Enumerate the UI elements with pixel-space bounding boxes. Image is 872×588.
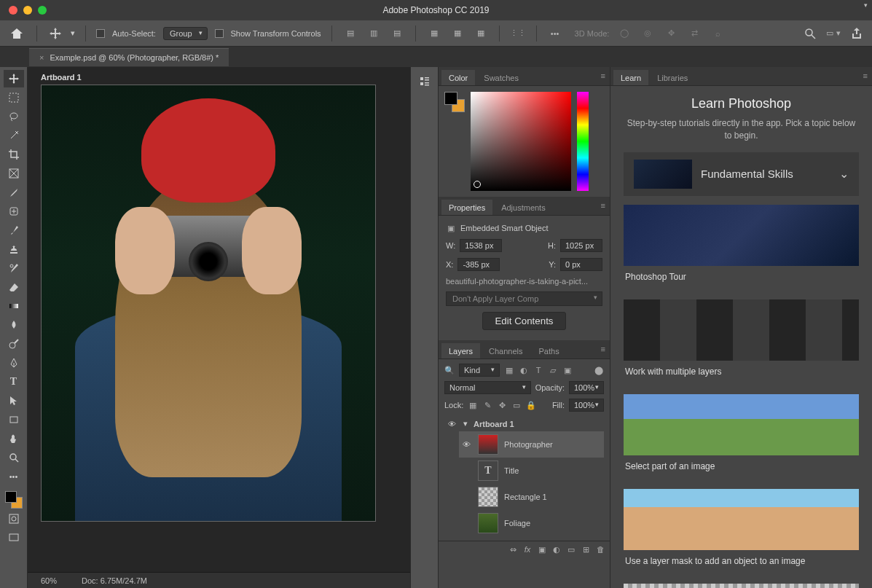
- align-middle-icon[interactable]: ▦: [449, 26, 466, 42]
- filter-shape-icon[interactable]: ▱: [548, 365, 558, 375]
- tutorial-card[interactable]: Select part of an image: [624, 394, 859, 477]
- tab-color[interactable]: Color: [441, 70, 475, 85]
- color-panel-menu-icon[interactable]: ≡: [601, 71, 605, 80]
- crop-tool[interactable]: [4, 146, 24, 163]
- lasso-tool[interactable]: [4, 108, 24, 125]
- layer-mask-icon[interactable]: ▣: [537, 544, 547, 554]
- hand-tool[interactable]: [4, 430, 24, 447]
- marquee-tool[interactable]: [4, 89, 24, 106]
- eyedropper-tool[interactable]: [4, 184, 24, 201]
- visibility-toggle[interactable]: 👁: [460, 440, 472, 449]
- layer-foliage[interactable]: Foliage: [459, 510, 604, 536]
- tutorial-card[interactable]: Work with multiple layers: [624, 299, 859, 383]
- artboard[interactable]: [41, 85, 376, 522]
- layer-thumbnail[interactable]: [478, 513, 498, 533]
- lock-paint-icon[interactable]: ✎: [482, 400, 492, 410]
- history-brush-tool[interactable]: [4, 259, 24, 277]
- layer-thumbnail[interactable]: [478, 487, 498, 507]
- home-button[interactable]: [7, 24, 26, 43]
- filter-pixel-icon[interactable]: ▦: [504, 365, 514, 375]
- gradient-tool[interactable]: [4, 297, 24, 315]
- layer-style-icon[interactable]: fx: [522, 544, 533, 554]
- doc-info[interactable]: Doc: 6.75M/24.7M: [82, 576, 147, 585]
- y-field[interactable]: 0 px: [560, 258, 602, 271]
- rectangle-tool[interactable]: [4, 411, 24, 428]
- edit-toolbar-button[interactable]: •••: [4, 468, 24, 485]
- screen-mode-toggle[interactable]: [4, 529, 24, 546]
- tab-paths[interactable]: Paths: [532, 343, 567, 358]
- clone-stamp-tool[interactable]: [4, 240, 24, 258]
- layer-artboard[interactable]: 👁 ▾ Artboard 1: [444, 416, 604, 431]
- linked-file-name[interactable]: beautiful-photographer-is-taking-a-pict.…: [446, 277, 588, 286]
- align-top-icon[interactable]: ▦: [426, 26, 442, 42]
- opacity-field[interactable]: 100%: [569, 381, 604, 394]
- edit-contents-button[interactable]: Edit Contents: [482, 312, 565, 330]
- type-tool[interactable]: T: [4, 373, 24, 391]
- layer-thumbnail[interactable]: T: [478, 460, 498, 481]
- history-panel-icon[interactable]: [415, 73, 435, 90]
- more-align-icon[interactable]: •••: [547, 26, 563, 42]
- color-field[interactable]: [471, 92, 571, 191]
- width-field[interactable]: 1538 px: [460, 239, 502, 252]
- quick-mask-toggle[interactable]: [4, 510, 24, 528]
- close-tab-icon[interactable]: ×: [39, 53, 44, 62]
- zoom-tool[interactable]: [4, 449, 24, 466]
- brush-tool[interactable]: [4, 222, 24, 239]
- layer-title[interactable]: T Title: [459, 458, 604, 484]
- lock-all-icon[interactable]: 🔒: [526, 400, 536, 410]
- distribute-icon[interactable]: ⋮⋮: [510, 26, 526, 42]
- zoom-level[interactable]: 60%: [41, 576, 57, 585]
- height-field[interactable]: 1025 px: [560, 239, 602, 252]
- eraser-tool[interactable]: [4, 278, 24, 296]
- move-tool-icon[interactable]: [47, 26, 63, 42]
- align-right-icon[interactable]: ▤: [389, 26, 405, 42]
- link-layers-icon[interactable]: ⇔: [508, 544, 518, 554]
- tutorial-card[interactable]: Use a layer mask to add an object to an …: [624, 489, 859, 572]
- path-selection-tool[interactable]: [4, 392, 24, 409]
- lock-position-icon[interactable]: ✥: [497, 400, 507, 410]
- tab-channels[interactable]: Channels: [482, 343, 530, 358]
- blur-tool[interactable]: [4, 316, 24, 334]
- chevron-down-icon[interactable]: ▾: [463, 419, 468, 428]
- tab-layers[interactable]: Layers: [441, 343, 480, 358]
- lock-transparency-icon[interactable]: ▦: [468, 400, 478, 410]
- filter-toggle[interactable]: ⬤: [594, 365, 604, 375]
- magic-wand-tool[interactable]: [4, 127, 24, 144]
- layer-comp-dropdown[interactable]: Don't Apply Layer Comp: [446, 291, 602, 306]
- auto-select-checkbox[interactable]: [96, 29, 105, 38]
- filter-adjust-icon[interactable]: ◐: [519, 365, 529, 375]
- align-bottom-icon[interactable]: ▦: [473, 26, 489, 42]
- filter-kind-dropdown[interactable]: Kind: [459, 364, 500, 377]
- fill-field[interactable]: 100%: [569, 399, 604, 412]
- learn-section-header[interactable]: Fundamental Skills ⌄: [624, 152, 859, 196]
- tab-libraries[interactable]: Libraries: [650, 70, 695, 85]
- layer-rectangle[interactable]: Rectangle 1: [459, 484, 604, 510]
- tutorial-card[interactable]: [624, 584, 859, 588]
- workspace-switcher-icon[interactable]: ▭ ▾: [825, 26, 841, 42]
- move-tool[interactable]: [4, 70, 24, 87]
- learn-panel-menu-icon[interactable]: ≡: [863, 71, 868, 80]
- search-icon[interactable]: [802, 26, 818, 42]
- share-icon[interactable]: [849, 26, 865, 42]
- foreground-background-swatch[interactable]: [5, 491, 23, 509]
- hue-slider[interactable]: [577, 92, 589, 191]
- document-tab[interactable]: × Example.psd @ 60% (Photographer, RGB/8…: [29, 48, 229, 66]
- filter-type-icon[interactable]: T: [533, 365, 543, 375]
- pen-tool[interactable]: [4, 354, 24, 372]
- lock-artboard-icon[interactable]: ▭: [511, 400, 522, 410]
- align-center-h-icon[interactable]: ▥: [366, 26, 382, 42]
- tab-adjustments[interactable]: Adjustments: [494, 200, 553, 215]
- blend-mode-dropdown[interactable]: Normal: [444, 381, 531, 394]
- delete-layer-icon[interactable]: 🗑: [595, 544, 605, 554]
- layers-panel-menu-icon[interactable]: ≡: [601, 345, 605, 353]
- frame-tool[interactable]: [4, 165, 24, 182]
- visibility-toggle[interactable]: 👁: [446, 420, 457, 428]
- tab-properties[interactable]: Properties: [441, 200, 492, 215]
- x-field[interactable]: -385 px: [457, 258, 500, 271]
- layer-photographer[interactable]: 👁 Photographer: [459, 431, 604, 458]
- adjustment-layer-icon[interactable]: ◐: [551, 544, 562, 554]
- filter-search-icon[interactable]: 🔍: [444, 365, 455, 375]
- auto-select-target-dropdown[interactable]: Group: [163, 27, 208, 40]
- healing-brush-tool[interactable]: [4, 203, 24, 220]
- canvas-viewport[interactable]: Artboard 1: [28, 67, 410, 572]
